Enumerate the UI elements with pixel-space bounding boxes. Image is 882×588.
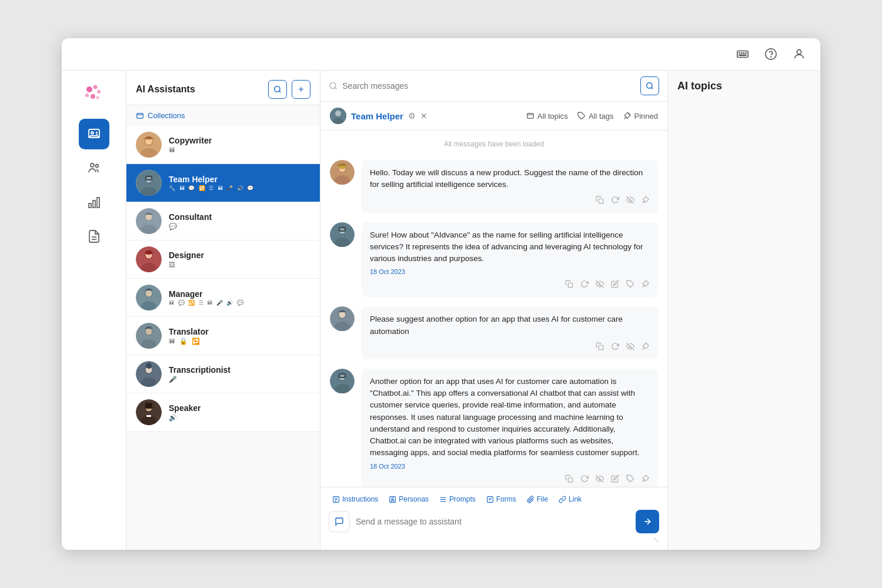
- chat-messages: All messages have been loaded: [320, 131, 667, 487]
- search-button[interactable]: [268, 80, 287, 99]
- agent-name-translator: Translator: [169, 327, 310, 336]
- pinned-button[interactable]: Pinned: [623, 112, 658, 121]
- svg-point-90: [339, 312, 346, 318]
- link-button[interactable]: Link: [555, 493, 585, 505]
- hide-icon-1[interactable]: [626, 196, 634, 206]
- avatar-manager: [136, 285, 162, 310]
- msg-bubble-1: Hello. Today we will discuss a new produ…: [362, 160, 658, 213]
- tag-icon-2[interactable]: [626, 280, 634, 290]
- top-bar: [62, 38, 820, 71]
- all-tags-button[interactable]: All tags: [577, 112, 614, 121]
- svg-rect-101: [568, 477, 573, 482]
- agent-item-copywriter[interactable]: Copywriter 🖬: [126, 126, 320, 164]
- agent-list: Copywriter 🖬: [126, 126, 320, 550]
- svg-rect-76: [599, 199, 603, 203]
- nav-item-assistants[interactable]: [79, 119, 109, 149]
- agent-item-consultant[interactable]: Consultant 💬: [126, 202, 320, 240]
- search-input[interactable]: [342, 81, 636, 91]
- agent-item-translator[interactable]: Translator 🖬 🔒 🔁: [126, 317, 320, 355]
- sidebar: AI Assistants +: [126, 71, 320, 550]
- instructions-button[interactable]: Instructions: [329, 493, 382, 505]
- hide-icon-4[interactable]: [596, 475, 604, 485]
- agent-info-team-helper: Team Helper 🔧 🖬 💬 🔁 ☰ 🖬 🎤 🔊 💬: [169, 175, 310, 191]
- agent-name-speaker: Speaker: [169, 403, 310, 413]
- personas-label: Personas: [399, 495, 429, 503]
- resize-handle[interactable]: ⤡: [329, 533, 659, 544]
- all-tags-label: All tags: [589, 112, 614, 121]
- forms-button[interactable]: Forms: [483, 493, 520, 505]
- copy-icon-3[interactable]: [596, 342, 604, 352]
- refresh-icon-4[interactable]: [580, 475, 589, 485]
- svg-rect-61: [145, 403, 152, 409]
- msg-actions-1: [370, 196, 650, 206]
- copy-icon-4[interactable]: [565, 475, 573, 485]
- svg-point-9: [86, 86, 92, 92]
- keyboard-icon[interactable]: [733, 45, 752, 64]
- agent-icons-speaker: 🔊: [169, 414, 310, 422]
- copy-icon-1[interactable]: [596, 196, 604, 206]
- svg-point-68: [335, 111, 341, 116]
- close-chat-icon[interactable]: ✕: [420, 111, 427, 121]
- input-toolbar: Instructions Personas: [329, 493, 659, 505]
- chat-assistant-avatar: [330, 108, 346, 124]
- user-icon[interactable]: [790, 45, 808, 64]
- copy-icon-2[interactable]: [565, 280, 573, 290]
- msg-bubble-3: Please suggest another option for an app…: [362, 306, 658, 359]
- agent-item-team-helper[interactable]: Team Helper 🔧 🖬 💬 🔁 ☰ 🖬 🎤 🔊 💬: [126, 164, 320, 202]
- refresh-icon-2[interactable]: [580, 280, 589, 290]
- hide-icon-2[interactable]: [596, 280, 604, 290]
- svg-point-24: [275, 86, 280, 92]
- agent-item-designer[interactable]: Designer 🖼: [126, 240, 320, 279]
- prompts-label: Prompts: [449, 495, 476, 503]
- svg-point-10: [93, 85, 97, 89]
- settings-icon[interactable]: ⚙: [408, 111, 416, 121]
- prompts-button[interactable]: Prompts: [436, 493, 479, 505]
- add-assistant-button[interactable]: +: [292, 80, 310, 99]
- sidebar-header: AI Assistants +: [126, 71, 320, 105]
- send-button[interactable]: [636, 510, 659, 533]
- edit-icon-2[interactable]: [611, 280, 619, 290]
- nav-item-users[interactable]: [79, 153, 109, 183]
- chat-title: Team Helper: [351, 111, 403, 121]
- refresh-icon-3[interactable]: [611, 342, 619, 352]
- agent-name-team-helper: Team Helper: [169, 175, 310, 184]
- avatar-designer: [136, 246, 162, 272]
- message-row-3: Please suggest another option for an app…: [330, 306, 658, 359]
- nav-item-analytics[interactable]: [79, 187, 109, 218]
- chat-search-button[interactable]: [640, 76, 659, 95]
- svg-rect-84: [340, 228, 345, 230]
- svg-rect-21: [97, 198, 99, 208]
- agent-item-manager[interactable]: Manager 🖬 💬 🔁 ☰ 🖬 🎤 🔊 💬: [126, 279, 320, 317]
- msg-bubble-2: Sure! How about "AIdvance" as the name f…: [362, 222, 658, 298]
- pin-icon-3[interactable]: [642, 342, 650, 352]
- file-label: File: [537, 495, 548, 503]
- pin-icon-4[interactable]: [642, 475, 650, 485]
- svg-rect-92: [599, 345, 603, 350]
- message-row-4: Another option for an app that uses AI f…: [330, 369, 658, 487]
- svg-line-66: [652, 88, 653, 89]
- edit-icon-4[interactable]: [611, 475, 619, 485]
- refresh-icon-1[interactable]: [611, 196, 619, 206]
- nav-item-docs[interactable]: [79, 221, 109, 252]
- help-icon[interactable]: [761, 45, 780, 64]
- hide-icon-3[interactable]: [626, 342, 634, 352]
- svg-rect-100: [340, 375, 345, 377]
- agent-info-translator: Translator 🖬 🔒 🔁: [169, 327, 310, 345]
- expand-button[interactable]: [329, 511, 350, 532]
- pin-icon-2[interactable]: [642, 280, 650, 290]
- agent-item-transcriptionist[interactable]: Transcriptionist 🎤: [126, 355, 320, 393]
- svg-point-56: [146, 363, 152, 369]
- tag-icon-4[interactable]: [626, 475, 634, 485]
- message-input[interactable]: [356, 517, 630, 526]
- agent-name-copywriter: Copywriter: [169, 136, 310, 145]
- all-topics-button[interactable]: All topics: [526, 112, 568, 121]
- msg-actions-4: [370, 475, 650, 485]
- personas-button[interactable]: Personas: [385, 493, 432, 505]
- msg-date-4: 18 Oct 2023: [370, 463, 650, 470]
- collections-label[interactable]: Collections: [126, 105, 320, 126]
- avatar-speaker: [136, 399, 162, 425]
- agent-item-speaker[interactable]: Speaker 🔊: [126, 393, 320, 432]
- main-layout: AI Assistants +: [62, 71, 820, 550]
- pin-icon-1[interactable]: [642, 196, 650, 206]
- file-button[interactable]: File: [523, 493, 552, 505]
